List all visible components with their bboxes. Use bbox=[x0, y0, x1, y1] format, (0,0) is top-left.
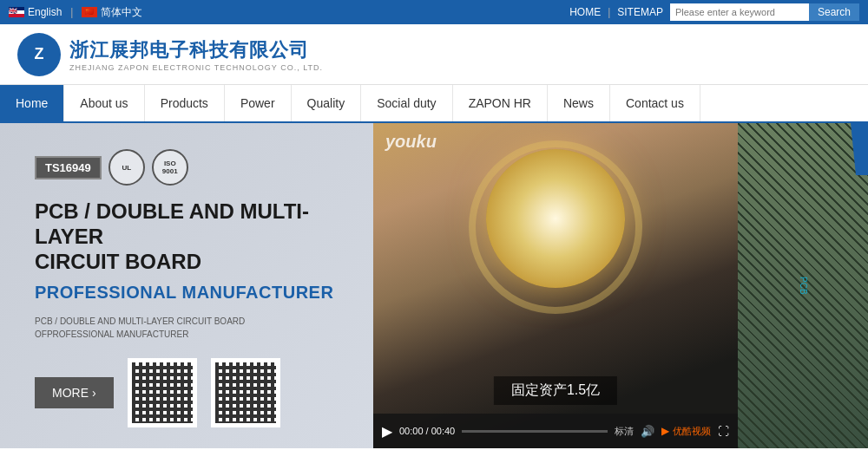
video-caption: 固定资产1.5亿 bbox=[494, 376, 617, 405]
youku-brand: ▶ 优酷视频 bbox=[661, 425, 711, 438]
flag-en-icon: 🇬🇧 bbox=[9, 7, 24, 17]
top-bar-left: 🇬🇧 English | 🇨🇳 简体中文 bbox=[9, 5, 142, 20]
clarity-selector[interactable]: 标清 bbox=[615, 425, 634, 438]
nav-item-about-us[interactable]: About us bbox=[64, 85, 144, 121]
pcb-label: PCB bbox=[799, 277, 808, 295]
nav-item-news[interactable]: News bbox=[548, 85, 610, 121]
pcb-image-background: PCB bbox=[738, 123, 868, 448]
youku-brand-icon: ▶ bbox=[661, 425, 669, 437]
nav-item-quality[interactable]: Quality bbox=[292, 85, 362, 121]
fullscreen-icon[interactable]: ⛶ bbox=[718, 425, 729, 438]
nav-item-zapon-hr[interactable]: ZAPON HR bbox=[453, 85, 548, 121]
nav-bar: HomeAbout usProductsPowerQualitySocial d… bbox=[0, 85, 868, 123]
qr-code-2 bbox=[211, 358, 280, 427]
lang-english[interactable]: 🇬🇧 English bbox=[9, 6, 62, 18]
cert-badges: TS16949 UL ISO 9001 bbox=[35, 149, 347, 186]
progress-bar[interactable] bbox=[462, 430, 608, 433]
video-controls: ▶ 00:00 / 00:40 标清 🔊 ▶ 优酷视频 ⛶ bbox=[373, 414, 738, 448]
search-button[interactable]: Search bbox=[809, 3, 859, 21]
main-content: TS16949 UL ISO 9001 PCB / DOUBLE AND MUL… bbox=[0, 123, 868, 448]
lang-en-label: English bbox=[28, 6, 62, 18]
nav-item-contact-us[interactable]: Contact us bbox=[610, 85, 700, 121]
lang-cn-label: 简体中文 bbox=[101, 5, 142, 20]
qr-code-1 bbox=[128, 358, 197, 427]
top-nav-home[interactable]: HOME bbox=[569, 6, 601, 18]
more-button[interactable]: MORE › bbox=[35, 377, 114, 408]
nav-item-social-duty[interactable]: Social duty bbox=[361, 85, 452, 121]
hero-sub-heading: PROFESSIONAL MANUFACTURER bbox=[35, 283, 347, 303]
hero-left-panel: TS16949 UL ISO 9001 PCB / DOUBLE AND MUL… bbox=[0, 123, 373, 448]
logo-icon: Z bbox=[17, 33, 61, 76]
logo-text-cn: 浙江展邦电子科技有限公司 bbox=[69, 37, 323, 63]
logo-container[interactable]: Z 浙江展邦电子科技有限公司 ZHEJIANG ZAPON ELECTRONIC… bbox=[17, 33, 323, 76]
ul-cert-badge: UL bbox=[108, 149, 145, 186]
search-input[interactable] bbox=[670, 3, 809, 21]
nav-item-power[interactable]: Power bbox=[225, 85, 292, 121]
video-panel: youku 固定资产1.5亿 ▶ 00:00 / 00:40 标清 🔊 ▶ 优酷… bbox=[373, 123, 738, 448]
volume-icon[interactable]: 🔊 bbox=[641, 425, 654, 438]
qr-pattern-2 bbox=[215, 362, 276, 423]
hero-description: PCB / DOUBLE AND MULTI-LAYER CIRCUIT BOA… bbox=[35, 315, 347, 341]
top-nav-sep: | bbox=[608, 6, 610, 18]
hero-bottom-row: MORE › bbox=[35, 358, 347, 427]
nav-item-products[interactable]: Products bbox=[145, 85, 225, 121]
logo-bar: Z 浙江展邦电子科技有限公司 ZHEJIANG ZAPON ELECTRONIC… bbox=[0, 24, 868, 85]
ceiling-circle-decoration bbox=[486, 149, 625, 288]
youku-logo: youku bbox=[385, 132, 437, 152]
iso-cert-badge: ISO 9001 bbox=[152, 149, 188, 186]
video-background: youku 固定资产1.5亿 bbox=[373, 123, 738, 448]
flag-cn-icon: 🇨🇳 bbox=[82, 7, 97, 17]
top-bar: 🇬🇧 English | 🇨🇳 简体中文 HOME | SITEMAP Sear… bbox=[0, 0, 868, 24]
play-button[interactable]: ▶ bbox=[382, 423, 392, 440]
youku-brand-text: 优酷视频 bbox=[673, 425, 711, 438]
search-box: Search bbox=[670, 3, 859, 21]
logo-text-block: 浙江展邦电子科技有限公司 ZHEJIANG ZAPON ELECTRONIC T… bbox=[69, 37, 323, 72]
logo-text-en: ZHEJIANG ZAPON ELECTRONIC TECHNOLOGY CO.… bbox=[69, 63, 323, 72]
top-bar-right: HOME | SITEMAP Search bbox=[569, 3, 859, 21]
time-display: 00:00 / 00:40 bbox=[399, 426, 455, 436]
hero-right-panel: PCB bbox=[738, 123, 868, 448]
lang-chinese[interactable]: 🇨🇳 简体中文 bbox=[82, 5, 142, 20]
top-nav-sitemap[interactable]: SITEMAP bbox=[617, 6, 663, 18]
lang-divider: | bbox=[70, 6, 73, 18]
qr-pattern-1 bbox=[132, 362, 193, 423]
hero-main-heading: PCB / DOUBLE AND MULTI-LAYER CIRCUIT BOA… bbox=[35, 199, 347, 274]
nav-item-home[interactable]: Home bbox=[0, 85, 64, 121]
ts16949-badge: TS16949 bbox=[35, 156, 102, 179]
